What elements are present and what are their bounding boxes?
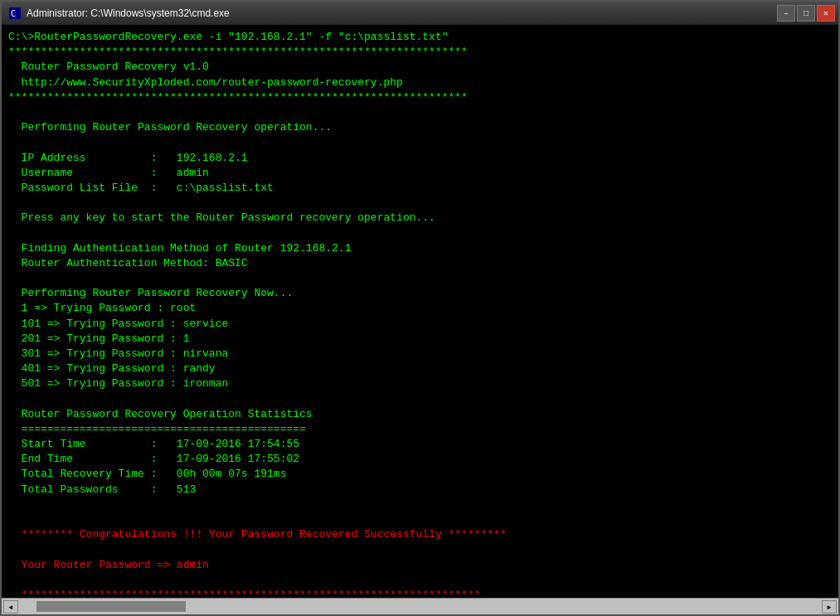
maximize-button[interactable]: □ (797, 5, 815, 22)
cmd-window: C Administrator: C:\Windows\system32\cmd… (0, 0, 840, 616)
try1-line: 1 => Trying Password : root (8, 301, 832, 316)
stats-title-line: Router Password Recovery Operation Stati… (8, 407, 832, 422)
total-rec-line: Total Recovery Time : 00h 00m 07s 191ms (8, 467, 832, 482)
passlist-line: Password List File : c:\passlist.txt (8, 181, 832, 196)
minimize-button[interactable]: – (777, 5, 795, 22)
scrollbar-track-h[interactable]: ◄ ► (2, 599, 838, 614)
window-controls: – □ ✕ (777, 5, 835, 22)
try2-line: 101 => Trying Password : service (8, 317, 832, 332)
password-result-line: Your Router Password => admin (8, 558, 832, 573)
command-line: C:\>RouterPasswordRecovery.exe -i "192.1… (8, 30, 832, 45)
total-pass-line: Total Passwords : 513 (8, 483, 832, 497)
titlebar: C Administrator: C:\Windows\system32\cmd… (2, 2, 838, 25)
blank10 (8, 573, 832, 588)
window-title: Administrator: C:\Windows\system32\cmd.e… (27, 7, 832, 19)
blank7 (8, 497, 832, 512)
try4-line: 301 => Trying Password : nirvana (8, 347, 832, 361)
ip-address-line: IP Address : 192.168.2.1 (8, 151, 832, 166)
stats-sep-line: ========================================… (8, 422, 832, 437)
blank1 (8, 105, 832, 120)
finding-auth-line: Finding Authentication Method of Router … (8, 241, 832, 256)
svg-text:C: C (11, 8, 16, 18)
product-name: Router Password Recovery v1.0 (8, 60, 832, 75)
blank5 (8, 271, 832, 286)
separator1: ****************************************… (8, 45, 832, 60)
start-time-line: Start Time : 17-09-2016 17:54:55 (8, 437, 832, 452)
try5-line: 401 => Trying Password : randy (8, 361, 832, 376)
terminal-content[interactable]: C:\>RouterPasswordRecovery.exe -i "192.1… (2, 25, 838, 598)
terminal-area: C:\>RouterPasswordRecovery.exe -i "192.1… (2, 25, 838, 614)
separator3-line: ****************************************… (8, 588, 832, 598)
congrats-line: ******** Congratulations !!! Your Passwo… (8, 527, 832, 542)
scroll-left-arrow[interactable]: ◄ (3, 600, 18, 614)
try3-line: 201 => Trying Password : 1 (8, 332, 832, 347)
cmd-icon: C (8, 7, 22, 20)
blank6 (8, 392, 832, 407)
blank3 (8, 196, 832, 211)
horizontal-scrollbar[interactable]: ◄ ► (2, 598, 838, 614)
blank2 (8, 135, 832, 150)
website: http://www.SecurityXploded.com/router-pa… (8, 75, 832, 90)
performing-op: Performing Router Password Recovery oper… (8, 120, 832, 135)
blank4 (8, 226, 832, 240)
blank9 (8, 542, 832, 557)
blank8 (8, 512, 832, 527)
try6-line: 501 => Trying Password : ironman (8, 376, 832, 391)
end-time-line: End Time : 17-09-2016 17:55:02 (8, 452, 832, 467)
username-line: Username : admin (8, 166, 832, 181)
router-auth-line: Router Authentication Method: BASIC (8, 256, 832, 271)
press-key-line: Press any key to start the Router Passwo… (8, 211, 832, 226)
separator2: ****************************************… (8, 90, 832, 105)
scrollbar-thumb-h[interactable] (36, 601, 186, 612)
performing-now-line: Performing Router Password Recovery Now.… (8, 286, 832, 301)
scroll-right-arrow[interactable]: ► (822, 600, 837, 614)
close-button[interactable]: ✕ (817, 5, 835, 22)
